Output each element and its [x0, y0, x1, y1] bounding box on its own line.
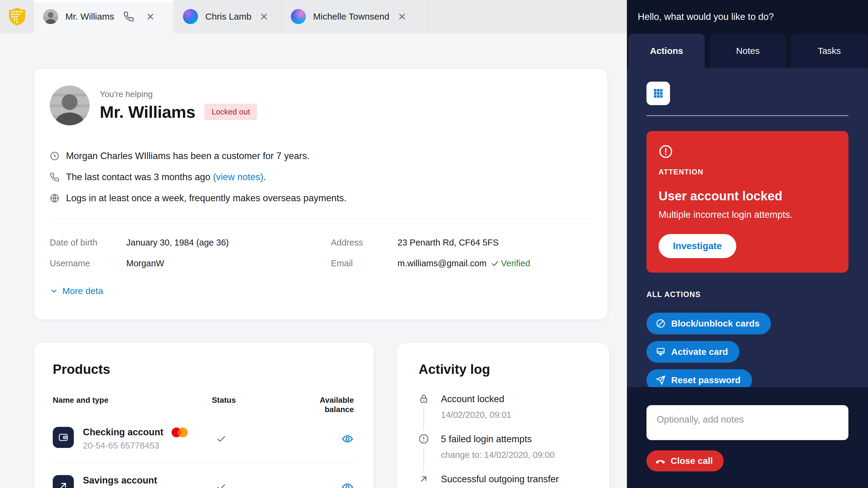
- fact-text: Logs in at least once a week, frequently…: [66, 193, 347, 204]
- activity-title: Activity log: [418, 362, 597, 377]
- more-details-text: More deta: [62, 286, 103, 296]
- arrow-up-right-icon: [418, 474, 429, 484]
- tab-actions[interactable]: Actions: [628, 34, 705, 68]
- chevron-down-icon: [50, 287, 58, 295]
- address-value: 23 Penarth Rd, CF64 5FS: [398, 238, 592, 248]
- customer-header: You're helping Mr. Williams Locked out: [50, 86, 592, 125]
- products-table-header: Name and type Status Available balance: [53, 395, 355, 414]
- action-label: Activate card: [671, 347, 728, 357]
- tab-tasks[interactable]: Tasks: [791, 34, 867, 68]
- product-name: Checking account: [83, 427, 163, 438]
- shield-icon: [8, 7, 26, 26]
- call-notes-input[interactable]: [647, 405, 848, 440]
- close-tab-icon[interactable]: [397, 12, 407, 22]
- tab-chris-lamb[interactable]: Chris Lamb: [173, 0, 281, 33]
- activate-card-button[interactable]: Activate card: [647, 341, 739, 363]
- attention-alert-card: ATTENTION User account locked Multiple i…: [647, 131, 848, 272]
- view-notes-link[interactable]: (view notes): [213, 172, 264, 182]
- customer-avatar: [50, 86, 90, 125]
- reveal-balance-eye-icon[interactable]: [342, 433, 355, 445]
- active-call-phone-icon: [123, 11, 134, 22]
- activity-item-failed-logins: 5 failed login attempts change to: 14/02…: [418, 434, 597, 474]
- tab-notes[interactable]: Notes: [710, 34, 786, 68]
- timeline-connector: [424, 448, 424, 470]
- avatar: [183, 9, 198, 24]
- col-available-balance: Available balance: [300, 395, 355, 414]
- all-actions-label: ALL ACTIONS: [647, 290, 848, 299]
- alert-eyebrow: ATTENTION: [658, 168, 836, 176]
- address-label: Address: [331, 238, 398, 248]
- activity-item-title: Successful outgoing transfer: [441, 474, 559, 485]
- customer-facts: Morgan Charles WIlliams has been a custo…: [50, 151, 592, 204]
- tab-bar: Mr. Williams Chris Lamb Michelle Townsen…: [0, 0, 627, 33]
- product-name-block: Savings account 10-32-23 34227649: [83, 475, 159, 488]
- timeline-connector: [424, 408, 424, 430]
- check-icon: [491, 259, 499, 268]
- grid-icon: [652, 87, 664, 99]
- product-name: Savings account: [83, 475, 157, 486]
- savings-account-icon: [53, 475, 74, 488]
- block-unblock-cards-button[interactable]: Block/unblock cards: [647, 313, 771, 334]
- close-call-button[interactable]: Close call: [647, 450, 724, 471]
- verified-text: Verified: [501, 258, 530, 268]
- more-details-link[interactable]: More deta: [50, 286, 103, 296]
- clock-icon: [50, 151, 59, 161]
- close-tab-icon[interactable]: [259, 12, 269, 22]
- avatar: [291, 9, 306, 24]
- send-icon: [655, 375, 666, 385]
- panel-divider: [647, 116, 848, 116]
- activity-item-outgoing-transfer: Successful outgoing transfer: [418, 474, 597, 488]
- sidebar-greeting: Hello, what would you like to do?: [627, 0, 868, 34]
- action-label: Block/unblock cards: [671, 318, 760, 329]
- tab-label: Chris Lamb: [205, 11, 251, 22]
- alert-title: User account locked: [658, 189, 836, 203]
- fact-text-post: .: [264, 172, 266, 182]
- col-name-and-type: Name and type: [53, 395, 212, 414]
- activity-item-meta: change to: 14/02/2020, 09:00: [441, 450, 555, 460]
- fact-tenure: Morgan Charles WIlliams has been a custo…: [50, 151, 592, 161]
- actions-panel: ATTENTION User account locked Multiple i…: [627, 68, 868, 391]
- apps-grid-button[interactable]: [647, 82, 670, 105]
- sidebar-tabs: Actions Notes Tasks: [627, 34, 868, 68]
- mastercard-icon: [171, 427, 188, 438]
- tab-mr-williams[interactable]: Mr. Williams: [34, 0, 173, 33]
- reveal-balance-eye-icon[interactable]: [342, 481, 355, 488]
- close-call-label: Close call: [671, 456, 713, 466]
- product-name-block: Checking account 20-54-65 65778453: [83, 427, 188, 451]
- customer-title-block: You're helping Mr. Williams Locked out: [100, 90, 257, 122]
- activity-log-card: Activity log Account locked 14/02/2020, …: [397, 343, 609, 488]
- brand-logo: [0, 0, 34, 33]
- globe-icon: [50, 193, 59, 203]
- fact-last-contact: The last contact was 3 months ago (view …: [50, 172, 592, 183]
- fact-text-pre: The last contact was 3 months ago: [66, 172, 213, 182]
- alert-octagon-icon: [418, 434, 429, 444]
- customer-details: Date of birth January 30, 1984 (age 36) …: [50, 238, 592, 268]
- product-row-savings: Savings account 10-32-23 34227649: [53, 462, 355, 488]
- product-row-checking: Checking account 20-54-65 65778453: [53, 414, 355, 462]
- lock-icon: [418, 394, 429, 404]
- activity-item-meta: 14/02/2020, 09:01: [441, 410, 512, 420]
- username-value: MorganW: [126, 258, 331, 268]
- verified-status: Verified: [491, 258, 530, 268]
- account-number: 20-54-65 65778453: [83, 441, 188, 451]
- alert-circle-icon: [658, 144, 836, 159]
- products-title: Products: [53, 362, 355, 377]
- action-list: Block/unblock cards Activate card Reset …: [647, 313, 848, 391]
- email-address: m.williams@gmail.com: [398, 258, 487, 268]
- email-label: Email: [331, 258, 398, 268]
- status-check-icon: [212, 482, 300, 488]
- close-tab-icon[interactable]: [146, 12, 155, 22]
- block-icon: [655, 318, 666, 329]
- fact-text: Morgan Charles WIlliams has been a custo…: [66, 151, 310, 161]
- dob-label: Date of birth: [50, 238, 126, 248]
- action-label: Reset password: [671, 375, 741, 385]
- fact-usage: Logs in at least once a week, frequently…: [50, 193, 592, 204]
- dob-value: January 30, 1984 (age 36): [126, 238, 331, 248]
- investigate-button[interactable]: Investigate: [658, 234, 736, 258]
- alert-description: Multiple incorrect login attempts.: [658, 209, 836, 220]
- call-footer: Close call: [627, 387, 868, 488]
- customer-card: You're helping Mr. Williams Locked out M…: [34, 69, 607, 319]
- phone-down-icon: [655, 455, 666, 466]
- locked-out-badge: Locked out: [204, 104, 257, 120]
- tab-michelle-townsend[interactable]: Michelle Townsend: [281, 0, 428, 33]
